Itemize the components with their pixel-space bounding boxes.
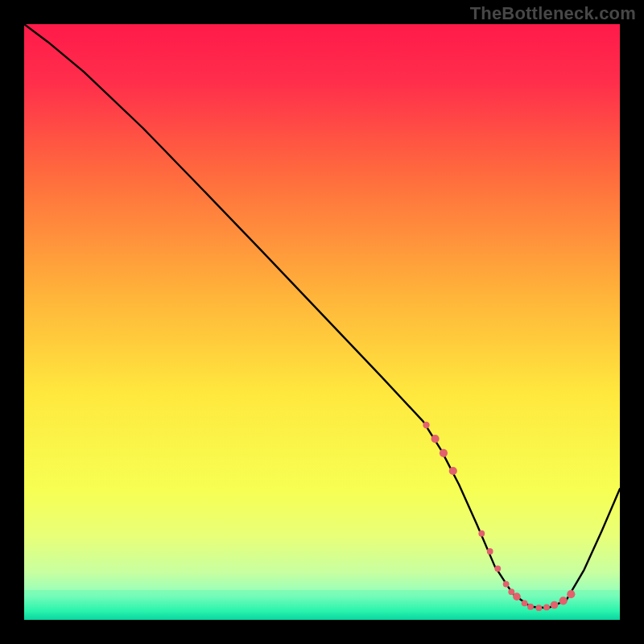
marker-dot	[508, 588, 514, 595]
marker-dot	[527, 604, 534, 610]
marker-dot	[522, 600, 528, 606]
marker-dot	[503, 581, 510, 588]
marker-dot	[551, 601, 559, 609]
marker-dot	[440, 449, 448, 457]
marker-dot	[431, 435, 440, 443]
chart-svg	[24, 24, 620, 620]
chart-container: TheBottleneck.com	[0, 0, 644, 644]
marker-dot	[478, 530, 485, 537]
marker-dot	[487, 548, 493, 555]
marker-dot	[494, 565, 501, 572]
marker-dot	[559, 597, 568, 605]
chart-plot-area	[24, 24, 620, 620]
marker-dot	[449, 467, 457, 475]
marker-dot	[543, 605, 550, 611]
marker-dot	[567, 590, 575, 598]
marker-dot	[513, 592, 521, 601]
chart-gradient-bg	[24, 24, 620, 620]
watermark-text: TheBottleneck.com	[470, 3, 636, 24]
marker-dot	[535, 605, 542, 611]
marker-dot	[423, 422, 429, 428]
